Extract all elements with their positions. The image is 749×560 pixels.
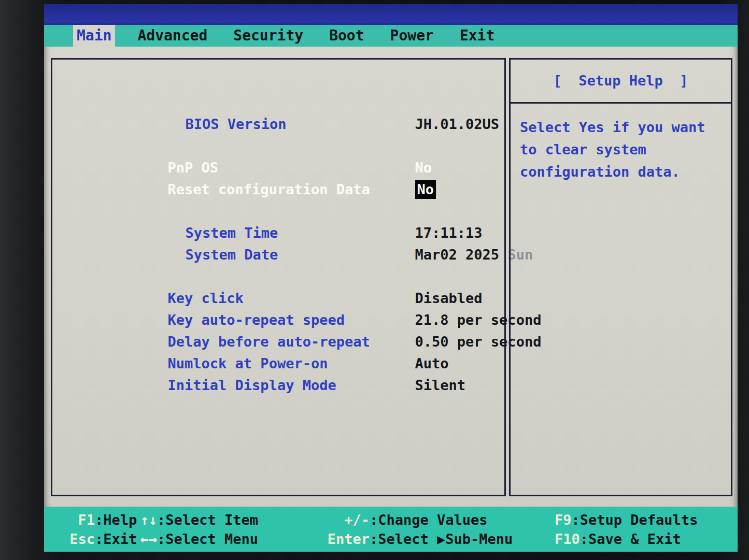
setting-value[interactable]: 17:11:13 xyxy=(415,225,483,241)
setup-help-text: Select Yes if you want to clear system c… xyxy=(511,104,731,183)
setting-value[interactable]: Auto xyxy=(415,355,449,371)
key-plus-minus: +/- xyxy=(324,510,370,529)
tab-main[interactable]: Main xyxy=(73,25,115,47)
menu-body-gap xyxy=(44,47,738,58)
setting-label: Delay before auto-repeat xyxy=(168,331,415,353)
setting-value[interactable]: Disabled xyxy=(415,290,483,306)
body-status-gap xyxy=(44,496,738,507)
tab-advanced[interactable]: Advanced xyxy=(134,25,211,47)
tab-boot[interactable]: Boot xyxy=(326,25,368,47)
setting-value: JH.01.02US xyxy=(415,116,500,132)
status-bar: F1:Help Esc:Exit ↑↓:Select Item ←→:Selec… xyxy=(44,507,738,552)
setting-row-bios-version: BIOS VersionJH.01.02US xyxy=(52,92,504,113)
setting-value[interactable]: Mar02 2025 xyxy=(415,247,500,263)
key-enter: Enter xyxy=(324,529,370,549)
hint-select-item: ↑↓:Select Item xyxy=(117,510,258,529)
menu-bar: Main Advanced Security Boot Power Exit xyxy=(44,25,738,47)
setting-label: Initial Display Mode xyxy=(168,375,415,396)
settings-panel: BIOS VersionJH.01.02US PnP OSNo Reset co… xyxy=(51,58,506,496)
help-line: configuration data. xyxy=(520,161,723,183)
hint-f9-defaults: F9:Setup Defaults xyxy=(555,510,698,529)
up-down-arrows-icon: ↑↓ xyxy=(117,510,157,529)
setup-help-title: [ Setup Help ] xyxy=(511,60,731,104)
setting-label: Numlock at Power-on xyxy=(168,353,415,375)
setting-label: PnP OS xyxy=(168,157,415,179)
left-right-arrows-icon: ←→ xyxy=(117,529,157,549)
status-col-change: +/-:Change Values Enter:Select ▶Sub-Menu xyxy=(324,510,513,549)
setting-value-selected[interactable]: No xyxy=(415,180,436,199)
hint-enter-submenu: Enter:Select ▶Sub-Menu xyxy=(324,529,513,549)
key-esc: Esc xyxy=(60,529,95,549)
key-f9: F9 xyxy=(555,510,572,529)
key-f1: F1 xyxy=(60,510,95,529)
setting-value[interactable]: Silent xyxy=(415,377,466,393)
hint-f10-save-exit: F10:Save & Exit xyxy=(555,529,698,549)
setting-label: BIOS Version xyxy=(168,113,415,135)
setting-label: Key auto-repeat speed xyxy=(168,309,415,331)
monitor-bezel: AMIBIOS EASY SETUP UTILITY - VERSION 2.0… xyxy=(0,0,749,560)
tab-security[interactable]: Security xyxy=(230,25,307,47)
help-line: to clear system xyxy=(520,138,723,161)
hint-change-values: +/-:Change Values xyxy=(324,510,513,529)
tab-exit[interactable]: Exit xyxy=(456,25,498,47)
setting-label: System Date xyxy=(168,244,415,266)
hint-select-menu: ←→:Select Menu xyxy=(117,529,258,549)
setting-label: System Time xyxy=(168,222,415,244)
title-bar: AMIBIOS EASY SETUP UTILITY - VERSION 2.0… xyxy=(44,4,738,25)
setting-label: Reset configuration Data xyxy=(168,179,415,200)
status-col-save: F9:Setup Defaults F10:Save & Exit xyxy=(555,510,698,549)
bios-setup-screen: AMIBIOS EASY SETUP UTILITY - VERSION 2.0… xyxy=(44,4,738,552)
content-area: BIOS VersionJH.01.02US PnP OSNo Reset co… xyxy=(44,58,738,496)
key-f10: F10 xyxy=(555,529,580,549)
help-line: Select Yes if you want xyxy=(520,116,723,138)
status-col-select: ↑↓:Select Item ←→:Select Menu xyxy=(117,510,258,549)
setting-value[interactable]: No xyxy=(415,160,432,176)
tab-power[interactable]: Power xyxy=(387,25,437,47)
setting-label: Key click xyxy=(168,288,415,309)
setup-help-panel: [ Setup Help ] Select Yes if you want to… xyxy=(509,58,732,496)
